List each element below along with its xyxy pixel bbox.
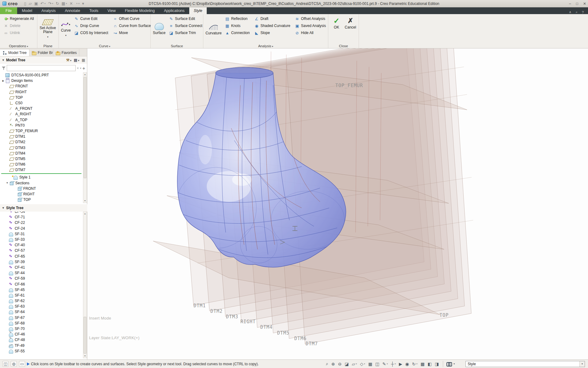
scroll-down-icon[interactable]: ▼ [83,354,87,358]
style-tree-item[interactable]: CF-66 [0,281,83,287]
model-tree-item[interactable]: A_RIGHT [0,111,83,117]
model-tree-item[interactable]: TOP_FEMUR [0,128,83,134]
group-label-curve[interactable]: Curve [59,44,150,48]
curve-edit-button[interactable]: ✎ Curve Edit [72,15,110,22]
model-tree-item[interactable]: FRONT [0,83,83,89]
model-tree-item[interactable]: ▶ Design Items [0,78,83,83]
scroll-thumb[interactable] [84,77,86,178]
style-tree-item[interactable]: CF-24 [0,226,83,231]
group-label-analysis[interactable]: Analysis [203,44,328,48]
model-tree-item[interactable]: ▼ Sections [0,180,83,186]
style-tree-item[interactable]: SF-44 [0,270,83,276]
style-tree-item[interactable]: CF-71 [0,214,83,220]
zoom-in-button[interactable]: ⊕ [331,361,336,367]
undo-button[interactable]: ↶ [40,1,47,6]
style-tree-item[interactable]: SF-63 [0,304,83,309]
ribbon-tab[interactable]: Applications [159,7,189,14]
scroll-up-icon[interactable]: ▲ [83,73,87,76]
tree-show-icon[interactable]: ▩ [82,58,85,62]
add-filter-icon[interactable]: + [82,66,85,71]
model-tree-item[interactable]: RIGHT [0,89,83,95]
group-label-operations[interactable]: Operations [0,44,37,48]
style-tree-item[interactable]: SF-33 [0,237,83,242]
plane-label-dtm2[interactable]: DTM2 [210,309,223,314]
scroll-thumb[interactable] [84,317,86,354]
style-tree-item[interactable]: CF-48 [0,337,83,343]
style-tree-item[interactable]: CF-59 [0,276,83,281]
style-tree-item[interactable]: SF-61 [0,293,83,298]
model-tree-item[interactable]: DTM1 [0,134,83,139]
clear-filter-icon[interactable]: × [77,66,79,70]
model-tree-item[interactable]: DTM2 [0,139,83,145]
ribbon-tab[interactable]: Model [17,7,37,14]
model-tree-item[interactable]: A_FRONT [0,106,83,111]
plane-label-top-femur[interactable]: TOP_FEMUR [335,83,363,88]
new-file-button[interactable]: ▯ [23,1,27,6]
curve-from-surface-button[interactable]: ∩ Curve from Surface [111,22,152,29]
tree-filter-input[interactable] [7,65,76,71]
maximize-button[interactable]: □ [576,2,578,6]
accessory-window-button[interactable]: ▭ [19,361,25,367]
move-button[interactable]: ↝ Move [111,29,152,36]
perspective-view-button[interactable]: ◫ [375,361,380,367]
minimize-button[interactable]: – [569,2,571,6]
reorient-button[interactable]: ↻ [412,361,418,367]
model-tree-item[interactable]: PNT0 [0,123,83,128]
navigator-tab[interactable]: Model Tree [0,49,29,56]
cos-by-intersect-button[interactable]: ◪ COS by Intersect [72,29,110,36]
surface-button[interactable]: Surface [153,15,166,43]
scroll-up-icon[interactable]: ▲ [83,212,87,216]
find-icon[interactable] [447,362,452,366]
open-button[interactable]: ▱ [28,1,33,6]
mode-combobox[interactable]: Style ▾ [466,361,585,367]
plane-label-right[interactable]: RIGHT [240,319,256,324]
style-tree-item[interactable]: CF-46 [0,332,83,337]
cancel-button[interactable]: ✗ Cancel [344,15,357,43]
flip-view-button[interactable]: ◨ [434,361,439,367]
model-tree-item[interactable]: RIGHT [0,191,83,197]
model-tree-toggle-button[interactable]: ◫ [2,361,9,367]
close-button[interactable]: ✕ [583,2,586,6]
style-tree-item[interactable]: CF-22 [0,220,83,225]
zoom-fit-button[interactable]: ⌕ [325,361,329,367]
style-tree-item[interactable]: SF-67 [0,315,83,320]
set-active-plane-button[interactable]: Set Active Plane ▾ [39,15,56,43]
switch-windows-button[interactable]: ▦ [61,1,68,6]
model-tree-item[interactable]: A_TOP [0,117,83,123]
zoom-out-button[interactable]: ⊖ [337,361,342,367]
surface-connect-button[interactable]: ≡ Surface Connect [167,22,204,29]
ribbon-tab[interactable]: Analysis [37,7,60,14]
plane-label-dtm1[interactable]: DTM1 [194,303,206,309]
ribbon-tab[interactable]: View [103,7,120,14]
model-tree-item[interactable]: DTM6 [0,162,83,167]
model-tree-item[interactable]: DTM5 [0,156,83,162]
delete-button[interactable]: ✕ Delete [2,22,36,29]
redo-button[interactable]: ↷ [47,1,54,6]
style-tree-item[interactable]: SF-62 [0,298,83,304]
plane-label-dtm7[interactable]: DTM7 [306,341,318,347]
style-tree-item[interactable]: SF-39 [0,259,83,265]
tree-tools-icon[interactable]: ⚒ ▾ [66,58,71,62]
knots-button[interactable]: ▦ Knots [223,22,251,29]
help-icon[interactable]: ? [582,10,584,14]
hide-all-button[interactable]: ⊘ Hide All [293,29,327,36]
style-tree-item[interactable]: SF-68 [0,320,83,326]
web-browser-toggle-button[interactable]: ◍ [11,361,17,367]
style-tree-item[interactable]: CF-57 [0,248,83,253]
save-button[interactable]: ▣ [33,1,39,6]
unlink-button[interactable]: ∞ Unlink [2,29,36,36]
collapse-icon[interactable]: ▼ [2,59,5,62]
curve-button[interactable]: Curve ▾ [61,15,71,43]
plane-label-dtm3[interactable]: DTM3 [226,314,238,320]
shaded-curvature-button[interactable]: ◉ Shaded Curvature [252,22,292,29]
scroll-down-icon[interactable]: ▼ [83,199,87,203]
drop-curve-button[interactable]: ∿ Drop Curve [72,22,110,29]
ok-button[interactable]: ✓ OK [330,15,343,43]
repaint-button[interactable]: ◪ [344,361,349,367]
datum-display-filters-button[interactable]: ┼ [390,361,397,367]
style-tree-item[interactable]: CF-40 [0,242,83,248]
style-tree-item[interactable]: SF-31 [0,231,83,237]
model-tree-item[interactable]: FRONT [0,186,83,191]
plane-label-top[interactable]: TOP [439,312,449,318]
plane-label-dtm4[interactable]: DTM4 [260,324,273,330]
